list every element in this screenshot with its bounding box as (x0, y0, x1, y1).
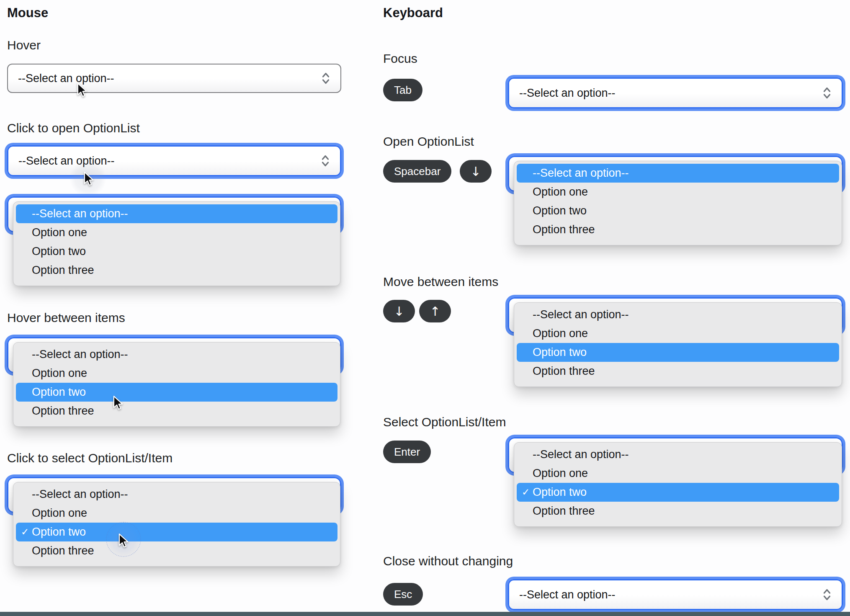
option-row-placeholder[interactable]: --Select an option-- (514, 445, 842, 464)
optionlist-widget-open: --Select an option-- Option one Option t… (7, 196, 341, 286)
key-spacebar: Spacebar (383, 160, 451, 183)
option-label: Option one (32, 507, 87, 520)
option-label: --Select an option-- (32, 488, 128, 501)
option-row-one[interactable]: Option one (514, 183, 842, 201)
optionlist-widget-click-select: --Select an option-- Option one ✓ Option… (7, 477, 341, 567)
mouse-cursor-icon (76, 83, 88, 98)
section-title-click-select: Click to select OptionList/Item (7, 450, 173, 467)
mouse-cursor-icon (118, 534, 129, 549)
option-label: Option three (533, 223, 595, 236)
option-row-two-selected[interactable]: ✓ Option two (517, 483, 839, 502)
option-label: Option three (533, 505, 595, 518)
select-trigger-focused[interactable]: --Select an option-- (508, 579, 843, 610)
option-row-one[interactable]: Option one (13, 364, 340, 383)
check-icon: ✓ (21, 526, 29, 537)
select-trigger-hover[interactable]: --Select an option-- (7, 64, 341, 93)
key-tab: Tab (383, 79, 422, 101)
keyboard-column-title: Keyboard (383, 5, 443, 21)
option-label: Option one (32, 367, 87, 380)
option-row-three[interactable]: Option three (13, 541, 340, 560)
option-label: Option one (533, 327, 588, 340)
select-value: --Select an option-- (519, 588, 616, 601)
key-arrow-down: ↓ (460, 160, 492, 183)
key-arrow-down: ↓ (383, 300, 415, 322)
select-chevron-icon (822, 588, 832, 601)
option-list: --Select an option-- Option one ✓ Option… (514, 442, 842, 527)
section-title-select-item: Select OptionList/Item (383, 414, 506, 430)
select-value: --Select an option-- (18, 72, 114, 85)
option-label: Option two (32, 526, 86, 539)
bottom-divider (0, 612, 850, 616)
option-label: --Select an option-- (533, 167, 629, 180)
option-row-three[interactable]: Option three (514, 220, 842, 239)
option-label: Option one (533, 186, 588, 198)
option-row-one[interactable]: Option one (13, 504, 340, 523)
select-chevron-icon (321, 154, 330, 168)
option-label: --Select an option-- (32, 207, 128, 220)
option-label: --Select an option-- (533, 448, 629, 461)
option-list: --Select an option-- Option one Option t… (514, 302, 842, 387)
option-row-two-hovered[interactable]: Option two (16, 383, 337, 402)
option-label: --Select an option-- (533, 308, 629, 321)
option-row-placeholder[interactable]: --Select an option-- (13, 345, 340, 364)
page: Mouse Hover --Select an option-- Click t… (0, 0, 850, 616)
option-list: --Select an option-- Option one ✓ Option… (13, 482, 340, 567)
optionlist-widget-hover-items: --Select an option-- Option one Option t… (7, 337, 341, 427)
key-enter: Enter (383, 441, 431, 463)
option-row-two[interactable]: Option two (13, 242, 340, 261)
optionlist-widget-kb-open: --Select an option-- Option one Option t… (508, 156, 843, 245)
option-row-one[interactable]: Option one (514, 324, 842, 343)
option-row-two-selected[interactable]: ✓ Option two (16, 523, 337, 541)
option-list: --Select an option-- Option one Option t… (13, 201, 340, 286)
option-row-three[interactable]: Option three (13, 402, 340, 420)
select-chevron-icon (822, 86, 832, 100)
section-title-open-optionlist: Open OptionList (383, 133, 474, 150)
section-title-hover: Hover (7, 37, 41, 54)
optionlist-widget-kb-select: --Select an option-- Option one ✓ Option… (508, 437, 843, 527)
option-row-two[interactable]: Option two (514, 201, 842, 220)
option-label: Option one (533, 467, 588, 480)
option-label: Option two (533, 486, 587, 499)
mouse-cursor-icon (112, 396, 124, 411)
option-row-placeholder[interactable]: --Select an option-- (16, 204, 337, 223)
select-trigger-focused[interactable]: --Select an option-- (7, 145, 341, 176)
option-row-one[interactable]: Option one (514, 464, 842, 483)
key-arrow-up: ↑ (419, 300, 451, 322)
option-label: Option two (32, 245, 86, 258)
option-label: Option two (533, 346, 587, 359)
option-list: --Select an option-- Option one Option t… (514, 161, 842, 245)
key-esc: Esc (383, 583, 423, 606)
option-label: Option one (32, 226, 87, 239)
option-row-three[interactable]: Option three (13, 261, 340, 280)
option-label: Option three (32, 544, 94, 557)
option-label: --Select an option-- (32, 348, 128, 361)
option-row-placeholder[interactable]: --Select an option-- (514, 305, 842, 324)
mouse-cursor-icon (83, 172, 95, 187)
option-label: Option two (533, 204, 587, 217)
section-title-hover-items: Hover between items (7, 309, 125, 326)
option-row-three[interactable]: Option three (514, 502, 842, 521)
select-value: --Select an option-- (519, 87, 616, 100)
section-title-click-open: Click to open OptionList (7, 120, 140, 137)
option-label: Option three (533, 365, 595, 378)
select-chevron-icon (321, 72, 330, 85)
select-trigger-focused[interactable]: --Select an option-- (508, 77, 843, 108)
option-label: Option two (32, 386, 86, 399)
option-list: --Select an option-- Option one Option t… (13, 342, 340, 427)
mouse-column-title: Mouse (7, 5, 48, 21)
option-row-placeholder[interactable]: --Select an option-- (13, 485, 340, 504)
section-title-move-items: Move between items (383, 273, 498, 290)
section-title-focus: Focus (383, 50, 417, 67)
option-label: Option three (32, 405, 94, 418)
section-title-close: Close without changing (383, 553, 513, 570)
option-label: Option three (32, 264, 94, 277)
option-row-one[interactable]: Option one (13, 223, 340, 242)
check-icon: ✓ (522, 486, 530, 497)
option-row-two-active[interactable]: Option two (517, 343, 839, 362)
option-row-three[interactable]: Option three (514, 362, 842, 381)
optionlist-widget-kb-move: --Select an option-- Option one Option t… (508, 297, 843, 387)
option-row-placeholder[interactable]: --Select an option-- (517, 164, 839, 183)
